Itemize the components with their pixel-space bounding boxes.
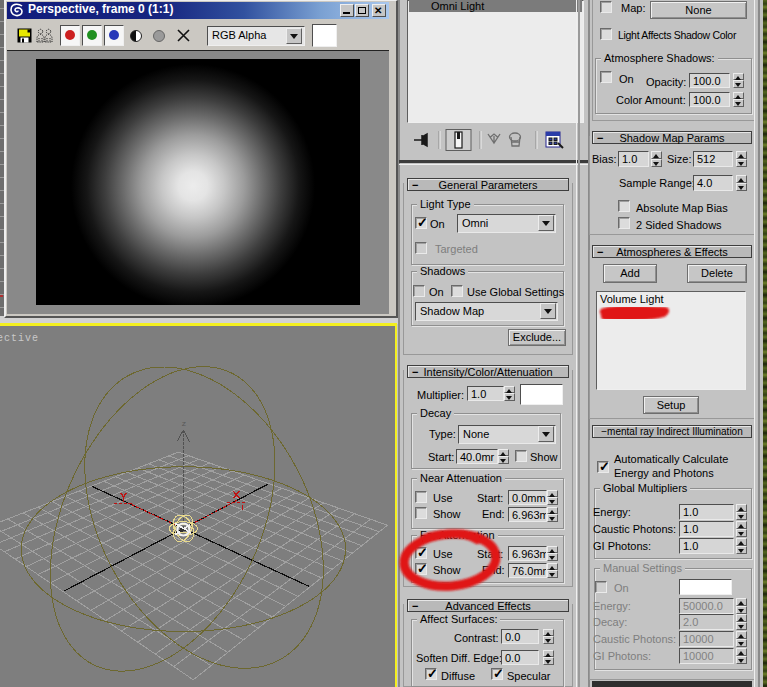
svg-text:ective: ective — [0, 333, 39, 344]
svg-text:z: z — [181, 419, 186, 428]
